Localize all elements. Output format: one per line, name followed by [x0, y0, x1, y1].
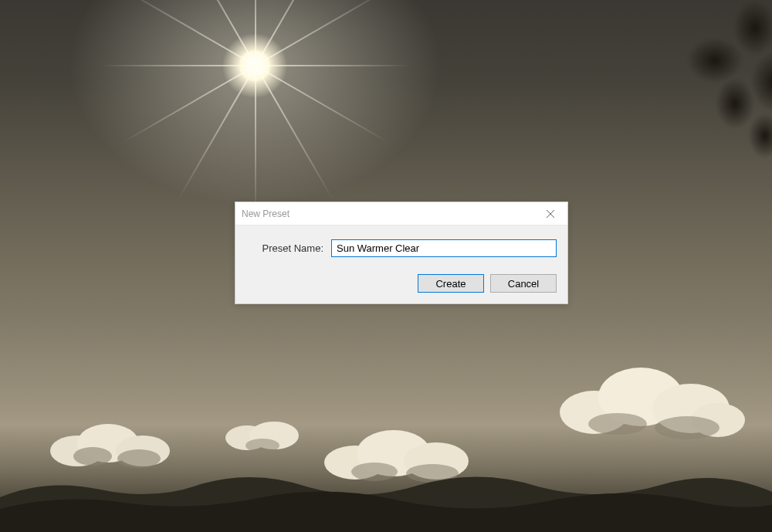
cloud [216, 408, 309, 455]
sun-ray [178, 66, 256, 200]
svg-point-14 [588, 413, 647, 435]
svg-point-18 [245, 439, 279, 452]
dialog-button-row: Create Cancel [246, 274, 557, 293]
preset-name-input[interactable] [331, 239, 557, 257]
sun-ray [256, 0, 390, 66]
close-button[interactable] [533, 202, 567, 225]
cancel-button[interactable]: Cancel [490, 274, 557, 293]
cloud [548, 347, 749, 447]
preset-name-label: Preset Name: [246, 242, 323, 254]
preset-name-row: Preset Name: [246, 239, 557, 257]
mountain-silhouette [0, 455, 772, 532]
close-icon [547, 210, 554, 218]
sun-ray [256, 65, 410, 66]
sun-ray [255, 66, 334, 200]
sun-ray [101, 65, 256, 66]
sun-ray [255, 66, 256, 220]
new-preset-dialog: New Preset Preset Name: Create Cancel [235, 202, 568, 304]
dialog-body: Preset Name: Create Cancel [235, 225, 567, 303]
sun-ray [255, 0, 256, 66]
sun-ray [121, 65, 256, 144]
create-button[interactable]: Create [418, 274, 484, 293]
svg-point-15 [655, 416, 720, 439]
dialog-titlebar[interactable]: New Preset [235, 202, 567, 225]
dialog-title: New Preset [242, 208, 290, 219]
tree-silhouette [594, 0, 772, 201]
sun-ray [256, 65, 390, 144]
